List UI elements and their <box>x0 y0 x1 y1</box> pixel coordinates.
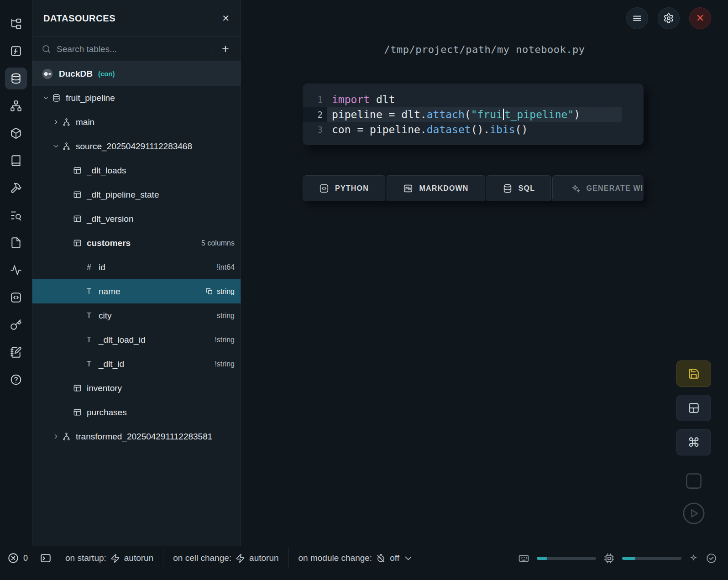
tree-item-inventory[interactable]: inventory <box>32 376 241 400</box>
add-cell-python-button[interactable]: PYTHON <box>303 175 385 201</box>
tree-item-label: main <box>76 117 94 127</box>
tree-item-purchases[interactable]: purchases <box>32 400 241 424</box>
notebook-file-path: /tmp/project/path/my_notebook.py <box>241 44 728 55</box>
tree-item-_dlt_version[interactable]: _dlt_version <box>32 207 241 231</box>
search-icon <box>42 44 51 54</box>
status-startup[interactable]: on startup:autorun <box>65 553 153 563</box>
module-reload-slider[interactable] <box>622 557 681 560</box>
chevron-down-icon <box>51 143 61 150</box>
tree-item-customers[interactable]: customers5 columns <box>32 231 241 255</box>
command-icon: ⌘ <box>688 435 700 449</box>
rail-scratchpad-button[interactable] <box>5 341 27 363</box>
tree-item-label: _dlt_version <box>87 214 133 224</box>
tree-item-name[interactable]: Tnamestring <box>32 279 241 303</box>
errors-button[interactable]: 0 <box>7 552 28 564</box>
chevron-right-icon <box>51 433 61 440</box>
save-button[interactable] <box>676 361 711 387</box>
keyboard-shortcuts-slider[interactable] <box>537 557 596 560</box>
database-icon <box>51 94 62 102</box>
tree-item-label: purchases <box>87 408 127 418</box>
database-icon <box>503 183 513 193</box>
status-value: off <box>390 553 399 563</box>
status-value: autorun <box>124 553 153 563</box>
tree-item-_dlt_pipeline_state[interactable]: _dlt_pipeline_state <box>32 183 241 207</box>
code-square-icon <box>319 183 329 193</box>
rail-help-button[interactable] <box>5 369 27 391</box>
connection-name: DuckDB <box>59 69 93 79</box>
rail-dependencies-button[interactable] <box>5 95 27 117</box>
activity-icon <box>10 264 22 276</box>
tree-item-type: string <box>217 287 235 296</box>
stop-button[interactable] <box>676 468 711 494</box>
type-text-icon: T <box>84 335 94 345</box>
tree-item-main[interactable]: main <box>32 110 241 134</box>
add-table-button[interactable]: + <box>217 43 234 55</box>
tree-item-transformed_202504291112283581[interactable]: transformed_202504291112283581 <box>32 424 241 449</box>
code-line-3[interactable]: 3con = pipeline.dataset().ibis() <box>303 122 644 137</box>
timer-off-icon <box>376 554 386 563</box>
tree-item-label: fruit_pipeline <box>66 93 115 103</box>
add-cell-generate-wit-button[interactable]: GENERATE WIT <box>552 175 644 201</box>
menu-button[interactable] <box>626 7 648 29</box>
rail-datasources-button[interactable] <box>5 68 27 89</box>
settings-button[interactable] <box>658 7 680 29</box>
add-cell-label: GENERATE WIT <box>587 184 644 193</box>
toolbar: ✕ <box>626 7 711 29</box>
close-button[interactable]: ✕ <box>689 7 711 29</box>
run-button[interactable] <box>676 500 711 527</box>
search-tables-input[interactable] <box>57 44 205 54</box>
zap-icon <box>236 554 245 563</box>
add-cell-markdown-button[interactable]: MARKDOWN <box>387 175 485 201</box>
status-label: on startup: <box>65 553 106 563</box>
panel-header: DATASOURCES ✕ <box>32 0 241 37</box>
status-value: autorun <box>249 553 278 563</box>
rail-secrets-button[interactable] <box>5 314 27 336</box>
hash-icon: # <box>84 263 94 272</box>
database-icon <box>10 73 22 84</box>
tree-item-_dlt_load_id[interactable]: T_dlt_load_id!string <box>32 328 241 352</box>
code-cell[interactable]: 1import dlt2pipeline = dlt.attach("fruit… <box>303 84 644 145</box>
code-line-1[interactable]: 1import dlt <box>303 92 644 107</box>
table-icon <box>72 190 83 199</box>
rail-packages-button[interactable] <box>5 122 27 144</box>
activity-bar <box>0 0 32 546</box>
search-row: + <box>32 37 241 62</box>
rail-snippets-button[interactable] <box>5 287 27 308</box>
table-icon <box>72 166 83 175</box>
tree-item-meta: 5 columns <box>201 239 235 247</box>
layout-button[interactable] <box>676 395 711 421</box>
code-line-2[interactable]: 2pipeline = dlt.attach("fruit_pipeline") <box>303 107 644 122</box>
rail-logs-button[interactable] <box>5 204 27 226</box>
tree-item-source_202504291112283468[interactable]: source_202504291112283468 <box>32 134 241 158</box>
terminal-button[interactable] <box>40 552 52 564</box>
rail-tracing-button[interactable] <box>5 259 27 281</box>
rail-files-button[interactable] <box>5 232 27 254</box>
chevron-right-icon <box>51 119 61 125</box>
rail-file-tree-button[interactable] <box>5 13 27 35</box>
rail-tools-button[interactable] <box>5 177 27 199</box>
function-square-icon <box>10 45 22 57</box>
status-module-change[interactable]: on module change:off <box>299 553 413 563</box>
datasource-tree: fruit_pipelinemainsource_202504291112283… <box>32 86 241 449</box>
status-cell-change[interactable]: on cell change:autorun <box>173 553 278 563</box>
editor-area: ✕ /tmp/project/path/my_notebook.py 1impo… <box>241 0 728 546</box>
tree-item-_dlt_loads[interactable]: _dlt_loads <box>32 158 241 183</box>
rail-functions-button[interactable] <box>5 40 27 62</box>
org-chart-icon <box>10 100 22 112</box>
connection-badge: (con) <box>98 70 115 78</box>
connection-row-duckdb[interactable]: DuckDB (con) <box>32 62 241 86</box>
code-square-icon <box>10 292 22 303</box>
keyboard-shortcuts-button[interactable]: ⌘ <box>676 429 711 455</box>
add-cell-sql-button[interactable]: SQL <box>487 175 551 201</box>
tree-item-city[interactable]: Tcitystring <box>32 303 241 328</box>
tree-item-id[interactable]: #id!int64 <box>32 255 241 279</box>
sparkle-icon[interactable] <box>689 554 698 563</box>
help-circle-icon <box>10 374 22 386</box>
tree-item-fruit_pipeline[interactable]: fruit_pipeline <box>32 86 241 110</box>
tree-item-_dlt_id[interactable]: T_dlt_id!string <box>32 352 241 376</box>
rail-documentation-button[interactable] <box>5 150 27 172</box>
line-content: import dlt <box>327 92 622 107</box>
divider <box>211 42 211 56</box>
close-panel-button[interactable]: ✕ <box>222 14 230 23</box>
check-circle-icon[interactable] <box>706 553 717 564</box>
